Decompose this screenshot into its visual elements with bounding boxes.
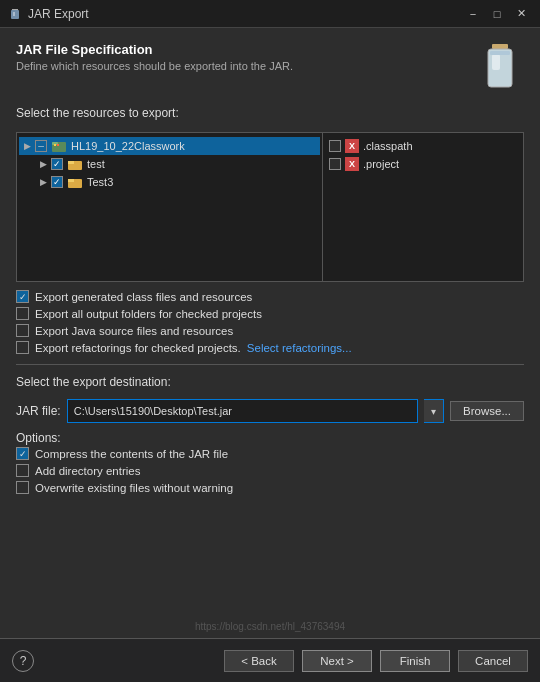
export-options: ✓ Export generated class files and resou…: [16, 290, 524, 354]
cancel-button[interactable]: Cancel: [458, 650, 528, 672]
checkbox-add-dir[interactable]: [16, 464, 29, 477]
header-subtitle: Define which resources should be exporte…: [16, 60, 476, 72]
svg-rect-6: [492, 54, 500, 70]
jar-file-label: JAR file:: [16, 404, 61, 418]
option-overwrite[interactable]: Overwrite existing files without warning: [16, 481, 524, 494]
maximize-button[interactable]: □: [486, 5, 508, 23]
watermark: https://blog.csdn.net/hl_43763494: [195, 621, 345, 632]
destination-label: Select the export destination:: [16, 375, 524, 389]
svg-rect-15: [68, 179, 74, 182]
resources-panel: ▶ ─ HL19_10_22Classwork ▶ ✓: [16, 132, 524, 282]
svg-rect-13: [68, 161, 74, 164]
file-item-classpath[interactable]: X .classpath: [327, 137, 519, 155]
label-export-refactor: Export refactorings for checked projects…: [35, 342, 241, 354]
close-button[interactable]: ✕: [510, 5, 532, 23]
checkbox-export-java[interactable]: [16, 324, 29, 337]
label-add-dir: Add directory entries: [35, 465, 140, 477]
tree-label-test3: Test3: [87, 176, 113, 188]
label-export-output: Export all output folders for checked pr…: [35, 308, 262, 320]
back-button[interactable]: < Back: [224, 650, 294, 672]
file-label-project: .project: [363, 158, 399, 170]
svg-rect-2: [13, 12, 15, 16]
destination-section: Select the export destination: JAR file:…: [16, 375, 524, 423]
folder-icon-test3: [67, 175, 83, 189]
tree-item-test3[interactable]: ▶ ✓ Test3: [35, 173, 320, 191]
checkbox-export-output[interactable]: [16, 307, 29, 320]
options-label: Options:: [16, 431, 524, 445]
label-overwrite: Overwrite existing files without warning: [35, 482, 233, 494]
svg-rect-11: [57, 144, 59, 146]
options-list: ✓ Compress the contents of the JAR file …: [16, 447, 524, 494]
file-label-classpath: .classpath: [363, 140, 413, 152]
export-option-class[interactable]: ✓ Export generated class files and resou…: [16, 290, 524, 303]
checkbox-export-class[interactable]: ✓: [16, 290, 29, 303]
export-option-output[interactable]: Export all output folders for checked pr…: [16, 307, 524, 320]
title-bar-controls: − □ ✕: [462, 5, 532, 23]
export-option-refactor[interactable]: Export refactorings for checked projects…: [16, 341, 524, 354]
jar-file-input[interactable]: [67, 399, 418, 423]
label-export-class: Export generated class files and resourc…: [35, 291, 252, 303]
option-add-dir[interactable]: Add directory entries: [16, 464, 524, 477]
jar-title-icon: [8, 7, 22, 21]
svg-rect-3: [492, 44, 508, 49]
svg-rect-0: [12, 9, 18, 10]
svg-rect-10: [54, 144, 56, 146]
tree-checkbox-test3[interactable]: ✓: [51, 176, 63, 188]
tree-label-hl19: HL19_10_22Classwork: [71, 140, 185, 152]
title-bar: JAR Export − □ ✕: [0, 0, 540, 28]
checkbox-export-refactor[interactable]: [16, 341, 29, 354]
export-option-java[interactable]: Export Java source files and resources: [16, 324, 524, 337]
next-button[interactable]: Next >: [302, 650, 372, 672]
tree-item-test[interactable]: ▶ ✓ test: [35, 155, 320, 173]
file-item-project[interactable]: X .project: [327, 155, 519, 173]
tree-arrow-hl19: ▶: [21, 140, 33, 152]
tree-panel[interactable]: ▶ ─ HL19_10_22Classwork ▶ ✓: [17, 133, 323, 281]
file-checkbox-classpath[interactable]: [329, 140, 341, 152]
label-compress: Compress the contents of the JAR file: [35, 448, 228, 460]
tree-checkbox-hl19[interactable]: ─: [35, 140, 47, 152]
svg-rect-7: [490, 51, 510, 55]
tree-arrow-test3: ▶: [37, 176, 49, 188]
checkbox-compress[interactable]: ✓: [16, 447, 29, 460]
jar-row: JAR file: ▾ Browse...: [16, 399, 524, 423]
help-button[interactable]: ?: [12, 650, 34, 672]
select-refactorings-link[interactable]: Select refactorings...: [247, 342, 352, 354]
title-bar-text: JAR Export: [28, 7, 456, 21]
label-export-java: Export Java source files and resources: [35, 325, 233, 337]
folder-icon-test: [67, 157, 83, 171]
finish-button[interactable]: Finish: [380, 650, 450, 672]
header-text: JAR File Specification Define which reso…: [16, 42, 476, 72]
jar-illustration: [476, 42, 524, 94]
file-checkbox-project[interactable]: [329, 158, 341, 170]
dialog-content: JAR File Specification Define which reso…: [0, 28, 540, 682]
file-panel[interactable]: X .classpath X .project: [323, 133, 523, 281]
tree-item-hl19[interactable]: ▶ ─ HL19_10_22Classwork: [19, 137, 320, 155]
header-title: JAR File Specification: [16, 42, 476, 57]
browse-button[interactable]: Browse...: [450, 401, 524, 421]
minimize-button[interactable]: −: [462, 5, 484, 23]
jar-dropdown-arrow[interactable]: ▾: [424, 399, 444, 423]
option-compress[interactable]: ✓ Compress the contents of the JAR file: [16, 447, 524, 460]
file-icon-project: X: [345, 157, 359, 171]
options-section: Options: ✓ Compress the contents of the …: [16, 431, 524, 494]
tree-checkbox-test[interactable]: ✓: [51, 158, 63, 170]
resources-label: Select the resources to export:: [16, 106, 524, 120]
checkbox-overwrite[interactable]: [16, 481, 29, 494]
file-icon-classpath: X: [345, 139, 359, 153]
project-icon-hl19: [51, 139, 67, 153]
bottom-bar: ? < Back Next > Finish Cancel: [0, 638, 540, 682]
divider-1: [16, 364, 524, 365]
tree-label-test: test: [87, 158, 105, 170]
tree-arrow-test: ▶: [37, 158, 49, 170]
header-section: JAR File Specification Define which reso…: [16, 42, 524, 94]
